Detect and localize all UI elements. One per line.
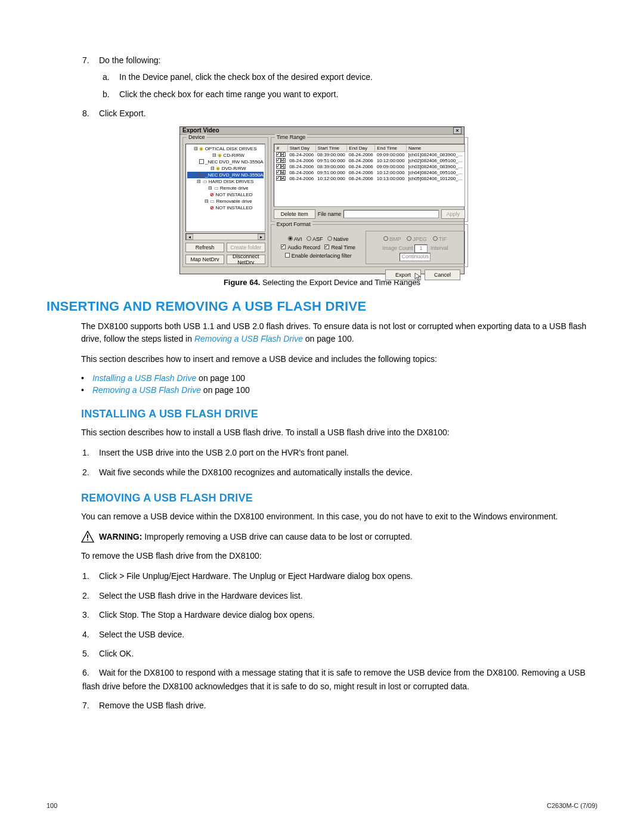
remove-step-7: 7.Remove the USB flash drive. [82,699,597,712]
page-footer: 100 C2630M-C (7/09) [47,802,597,809]
table-row: 308-24-200608:39:00:00008-24-200609:09:0… [274,164,464,170]
dialog-title: Export Video [182,127,219,134]
export-button[interactable]: Export [385,270,421,280]
warning: WARNING: Improperly removing a USB drive… [81,531,597,543]
step-7a: a.In the Device panel, click the check b… [103,70,597,83]
remove-paragraph-1: You can remove a USB device within the D… [81,510,597,524]
map-netdrv-button[interactable]: Map NetDrv [185,255,224,264]
remove-step-2: 2.Select the USB flash drive in the Hard… [82,589,597,602]
time-range-table[interactable]: #Start DayStart Time End DayEnd TimeName… [274,144,465,207]
figure-caption: Figure 64. Selecting the Export Device a… [47,278,597,287]
native-radio[interactable] [327,236,332,241]
list-item: Installing a USB Flash Drive on page 100 [81,373,597,383]
warning-icon [81,531,94,543]
bmp-radio[interactable] [383,236,388,241]
page-number: 100 [47,802,57,809]
time-range-panel: Time Range #Start DayStart Time End DayE… [271,137,468,222]
step-8: 8.Click Export. [82,107,597,120]
svg-rect-0 [87,534,88,538]
avi-radio[interactable] [288,236,293,241]
realtime-checkbox[interactable] [324,244,329,249]
install-step-2: 2.Wait five seconds while the DX8100 rec… [82,466,597,479]
filename-input[interactable] [343,210,439,218]
install-paragraph: This section describes how to install a … [81,426,597,439]
table-row: 408-24-200609:51:00:00008-24-200610:12:0… [274,170,464,176]
jpeg-radio[interactable] [407,236,411,241]
device-panel: Device ⊟ ◉ OPTICAL DISK DRIVES ⊟ ◉ CD-R/… [182,137,268,267]
remove-step-1: 1.Click > File Unplug/Eject Hardware. Th… [82,569,597,583]
export-video-dialog: Export Video × Device ⊟ ◉ OPTICAL DISK D… [179,126,465,274]
topic-list: Installing a USB Flash Drive on page 100… [81,373,597,395]
remove-step-5: 5.Click OK. [82,647,597,660]
device-legend: Device [187,134,207,140]
remove-step-6: 6.Wait for the DX8100 to respond with a … [82,666,597,693]
audio-checkbox[interactable] [281,244,286,249]
intro-paragraph-2: This section describes how to insert and… [81,353,597,366]
image-count-input[interactable]: 1 [414,244,428,253]
pre-figure-steps: 7.Do the following: a.In the Device pane… [82,54,597,120]
section-heading-1: INSERTING AND REMOVING A USB FLASH DRIVE [47,299,597,314]
disconnect-netdrv-button[interactable]: Disconnect NetDrv [227,255,265,264]
asf-radio[interactable] [306,236,311,241]
device-tree[interactable]: ⊟ ◉ OPTICAL DISK DRIVES ⊟ ◉ CD-R/RW _NEC… [185,144,265,232]
refresh-button[interactable]: Refresh [185,243,224,252]
subheading-install: INSTALLING A USB FLASH DRIVE [81,408,597,420]
cancel-button[interactable]: Cancel [425,270,460,280]
close-icon[interactable]: × [453,127,462,134]
remove-step-4: 4.Select the USB device. [82,628,597,641]
intro-paragraph-1: The DX8100 supports both USB 1.1 and USB… [81,320,597,346]
delete-item-button[interactable]: Delete Item [274,209,315,219]
link-installing-usb[interactable]: Installing a USB Flash Drive [92,373,196,383]
filename-label: File name [318,211,342,217]
doc-id: C2630M-C (7/09) [547,802,597,809]
export-format-legend: Export Format [275,221,312,227]
export-format-panel: Export Format AVI ASF Native Audio Recor… [271,224,468,267]
link-removing-usb-2[interactable]: Removing a USB Flash Drive [92,385,201,395]
apply-button[interactable]: Apply [441,209,465,219]
install-step-1: 1.Insert the USB drive into the USB 2.0 … [82,446,597,459]
install-steps: 1.Insert the USB drive into the USB 2.0 … [82,446,597,479]
table-row: 108-24-200608:39:00:00008-24-200609:09:0… [274,151,464,158]
step-7b: b.Click the check box for each time rang… [103,88,597,101]
link-removing-usb[interactable]: Removing a USB Flash Drive [194,334,303,343]
cursor-icon [414,272,422,281]
table-row: 208-24-200609:51:00:00008-24-200610:12:0… [274,158,464,164]
svg-rect-1 [87,539,88,540]
create-folder-button[interactable]: Create folder [227,243,265,252]
time-range-legend: Time Range [275,134,308,140]
step-7: 7.Do the following: a.In the Device pane… [82,54,597,101]
image-format-group: BMP JPEG TIF Image Count 1 Interval Cont… [366,231,465,264]
interval-select[interactable]: Continuous [400,253,431,261]
remove-steps: 1.Click > File Unplug/Eject Hardware. Th… [82,569,597,712]
subheading-remove: REMOVING A USB FLASH DRIVE [81,492,597,504]
dialog-titlebar: Export Video × [180,127,464,135]
table-row: 508-24-200610:12:00:00008-24-200610:13:0… [274,176,464,182]
remove-step-3: 3.Click Stop. The Stop a Hardware device… [82,608,597,621]
deinterlace-checkbox[interactable] [285,253,290,258]
remove-paragraph-2: To remove the USB flash drive from the D… [81,550,597,563]
device-scrollbar[interactable]: ◂▸ [185,233,265,240]
tif-radio[interactable] [433,236,438,241]
list-item: Removing a USB Flash Drive on page 100 [81,385,597,395]
